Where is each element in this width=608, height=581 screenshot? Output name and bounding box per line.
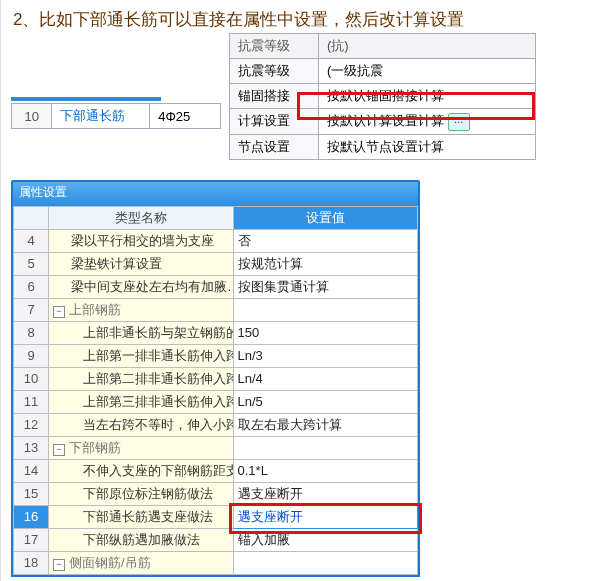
param-name[interactable]: 下部纵筋遇加腋做法: [49, 528, 234, 551]
rg-row[interactable]: 节点设置按默认节点设置计算: [230, 134, 536, 159]
row-number: 17: [14, 528, 49, 551]
param-value[interactable]: 按规范计算: [238, 256, 303, 271]
collapse-icon[interactable]: −: [53, 306, 65, 318]
property-snippet: 10 下部通长筋 4Φ25: [11, 97, 221, 129]
rg-value[interactable]: 按默认计算设置计算 …: [319, 109, 536, 135]
param-name[interactable]: 上部非通长筋与架立钢筋的…: [49, 321, 234, 344]
property-row[interactable]: 10 下部通长筋 4Φ25: [12, 104, 221, 129]
row-number: 11: [14, 390, 49, 413]
rg-label: 锚固搭接: [230, 84, 319, 109]
param-value[interactable]: 按图集贯通计算: [238, 279, 329, 294]
row-number: 10: [14, 367, 49, 390]
row-number: 7: [14, 298, 49, 321]
prop-label[interactable]: 下部通长筋: [52, 104, 150, 129]
param-value-cell[interactable]: Ln/3: [233, 344, 418, 367]
group-cell[interactable]: −上部钢筋: [49, 298, 234, 321]
col-head-value[interactable]: 设置值: [233, 206, 418, 229]
param-value[interactable]: 锚入加腋: [238, 532, 290, 547]
instruction-text: 2、比如下部通长筋可以直接在属性中设置，然后改计算设置: [13, 8, 598, 31]
table-row[interactable]: 12当左右跨不等时，伸入小跨…取左右最大跨计算: [14, 413, 418, 436]
param-value[interactable]: 取左右最大跨计算: [238, 417, 342, 432]
table-row[interactable]: 9上部第一排非通长筋伸入跨…Ln/3: [14, 344, 418, 367]
table-row[interactable]: 16下部通长筋遇支座做法遇支座断开: [14, 505, 418, 528]
rg-row[interactable]: 锚固搭接按默认锚固搭接计算: [230, 84, 536, 109]
param-value-link[interactable]: 遇支座断开: [238, 509, 303, 524]
group-value: [233, 436, 418, 459]
col-head-name[interactable]: 类型名称: [49, 206, 234, 229]
param-value-cell[interactable]: 150: [233, 321, 418, 344]
param-name[interactable]: 梁中间支座处左右均有加腋…: [49, 275, 234, 298]
rg-row[interactable]: 计算设置按默认计算设置计算 …: [230, 109, 536, 135]
row-number: 15: [14, 482, 49, 505]
param-name[interactable]: 下部通长筋遇支座做法: [49, 505, 234, 528]
col-head-blank: [14, 206, 49, 229]
collapse-icon[interactable]: −: [53, 444, 65, 456]
param-table: 类型名称设置值4梁以平行相交的墙为支座否5梁垫铁计算设置按规范计算6梁中间支座处…: [13, 206, 418, 575]
param-name[interactable]: 下部原位标注钢筋做法: [49, 482, 234, 505]
table-row[interactable]: 14不伸入支座的下部钢筋距支…0.1*L: [14, 459, 418, 482]
param-value[interactable]: 遇支座断开: [238, 486, 303, 501]
param-value-cell[interactable]: Ln/5: [233, 390, 418, 413]
param-value[interactable]: Ln/4: [238, 371, 263, 386]
param-name[interactable]: 不伸入支座的下部钢筋距支…: [49, 459, 234, 482]
row-number: 16: [14, 505, 49, 528]
param-name[interactable]: 上部第一排非通长筋伸入跨…: [49, 344, 234, 367]
param-value-cell[interactable]: 锚入加腋: [233, 528, 418, 551]
rg-value[interactable]: 按默认节点设置计算: [319, 134, 536, 159]
param-value[interactable]: 150: [238, 325, 260, 340]
param-value-cell[interactable]: 遇支座断开: [233, 505, 418, 528]
param-name[interactable]: 上部第二排非通长筋伸入跨…: [49, 367, 234, 390]
table-row[interactable]: 5梁垫铁计算设置按规范计算: [14, 252, 418, 275]
table-row[interactable]: 17下部纵筋遇加腋做法锚入加腋: [14, 528, 418, 551]
rg-label: 节点设置: [230, 134, 319, 159]
param-name[interactable]: 上部第三排非通长筋伸入跨…: [49, 390, 234, 413]
table-row[interactable]: 15下部原位标注钢筋做法遇支座断开: [14, 482, 418, 505]
table-row[interactable]: 10上部第二排非通长筋伸入跨…Ln/4: [14, 367, 418, 390]
param-value-cell[interactable]: 遇支座断开: [233, 482, 418, 505]
param-value-cell[interactable]: Ln/4: [233, 367, 418, 390]
rg-header-cell: 抗震等级: [230, 34, 319, 59]
param-name[interactable]: 梁以平行相交的墙为支座: [49, 229, 234, 252]
row-number: 14: [14, 459, 49, 482]
param-panel: 属性设置 类型名称设置值4梁以平行相交的墙为支座否5梁垫铁计算设置按规范计算6梁…: [11, 180, 420, 577]
prop-value[interactable]: 4Φ25: [150, 104, 221, 129]
param-name[interactable]: 梁垫铁计算设置: [49, 252, 234, 275]
row-number: 6: [14, 275, 49, 298]
row-number: 9: [14, 344, 49, 367]
header-fragment: [11, 97, 161, 101]
param-value[interactable]: Ln/3: [238, 348, 263, 363]
collapse-icon[interactable]: −: [53, 559, 65, 571]
panel-titlebar: 属性设置: [13, 182, 418, 206]
rg-value[interactable]: 按默认锚固搭接计算: [319, 84, 536, 109]
table-row[interactable]: 6梁中间支座处左右均有加腋…按图集贯通计算: [14, 275, 418, 298]
param-value[interactable]: 0.1*L: [238, 463, 268, 478]
property-grid: 抗震等级(抗)抗震等级(一级抗震锚固搭接按默认锚固搭接计算计算设置按默认计算设置…: [229, 33, 536, 160]
param-value-cell[interactable]: 按规范计算: [233, 252, 418, 275]
rg-value[interactable]: (一级抗震: [319, 59, 536, 84]
expand-button[interactable]: …: [448, 113, 470, 131]
param-value-cell[interactable]: 0.1*L: [233, 459, 418, 482]
rg-row[interactable]: 抗震等级(一级抗震: [230, 59, 536, 84]
table-row[interactable]: 4梁以平行相交的墙为支座否: [14, 229, 418, 252]
row-number: 5: [14, 252, 49, 275]
table-row[interactable]: 13−下部钢筋: [14, 436, 418, 459]
group-cell[interactable]: −侧面钢筋/吊筋: [49, 551, 234, 574]
table-row[interactable]: 8上部非通长筋与架立钢筋的…150: [14, 321, 418, 344]
table-row[interactable]: 11上部第三排非通长筋伸入跨…Ln/5: [14, 390, 418, 413]
param-value-cell[interactable]: 按图集贯通计算: [233, 275, 418, 298]
param-value[interactable]: 否: [238, 233, 251, 248]
table-row[interactable]: 18−侧面钢筋/吊筋: [14, 551, 418, 574]
row-number: 4: [14, 229, 49, 252]
param-value-cell[interactable]: 取左右最大跨计算: [233, 413, 418, 436]
rg-label: 抗震等级: [230, 59, 319, 84]
row-number: 10: [12, 104, 52, 129]
group-value: [233, 298, 418, 321]
row-number: 8: [14, 321, 49, 344]
rg-label: 计算设置: [230, 109, 319, 135]
param-value[interactable]: Ln/5: [238, 394, 263, 409]
table-row[interactable]: 7−上部钢筋: [14, 298, 418, 321]
param-name[interactable]: 当左右跨不等时，伸入小跨…: [49, 413, 234, 436]
group-cell[interactable]: −下部钢筋: [49, 436, 234, 459]
param-value-cell[interactable]: 否: [233, 229, 418, 252]
row-number: 12: [14, 413, 49, 436]
